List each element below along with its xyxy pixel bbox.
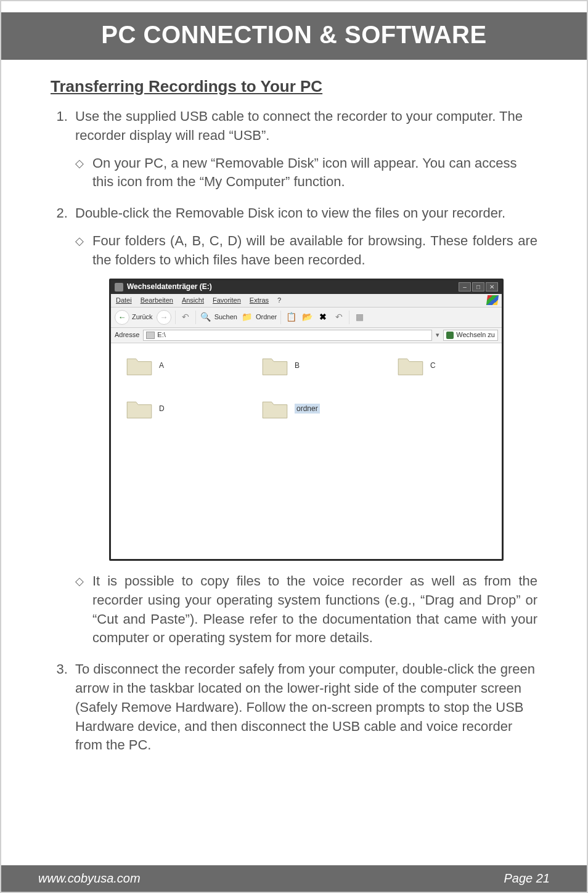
minimize-button[interactable]: –: [459, 282, 471, 292]
folder-c[interactable]: C: [397, 354, 483, 377]
separator: [195, 311, 196, 324]
folder-label: C: [430, 361, 436, 371]
embedded-screenshot: Wechseldatenträger (E:) – □ ✕ Datei Bear…: [75, 279, 537, 561]
instruction-list: Use the supplied USB cable to connect th…: [51, 107, 537, 755]
toolbar: ← Zurück → ↶ 🔍 Suchen 📁 Ordner 📋: [111, 308, 502, 328]
views-icon[interactable]: ▦: [353, 311, 365, 324]
folder-label: D: [159, 404, 165, 414]
search-icon[interactable]: 🔍: [200, 311, 212, 324]
folder-ordner[interactable]: ordner: [261, 398, 348, 420]
address-value: E:\: [157, 330, 165, 340]
list-item: Double-click the Removable Disk icon to …: [71, 204, 537, 648]
maximize-button[interactable]: □: [472, 282, 484, 292]
content-area: Transferring Recordings to Your PC Use t…: [1, 77, 587, 755]
window-title: Wechseldatenträger (E:): [127, 282, 212, 292]
item-text: Use the supplied USB cable to connect th…: [75, 108, 523, 143]
folders-icon[interactable]: 📁: [241, 311, 253, 324]
up-icon[interactable]: ↶: [179, 311, 192, 324]
drive-glyph-icon: [146, 332, 155, 339]
sub-text: On your PC, a new “Removable Disk” icon …: [92, 154, 537, 192]
move-icon[interactable]: 📂: [301, 311, 313, 324]
address-bar: Adresse E:\ ▾ Wechseln zu: [111, 328, 502, 343]
dropdown-icon[interactable]: ▾: [436, 330, 439, 340]
folder-label: B: [295, 361, 300, 371]
menu-extras[interactable]: Extras: [250, 296, 269, 305]
sub-text: Four folders (A, B, C, D) will be availa…: [92, 232, 537, 270]
item-text: To disconnect the recorder safely from y…: [75, 661, 535, 752]
diamond-icon: ◇: [75, 156, 84, 171]
address-field[interactable]: E:\: [143, 330, 432, 341]
undo-icon[interactable]: ↶: [333, 311, 345, 324]
sub-text: It is possible to copy files to the voic…: [92, 572, 537, 648]
go-button[interactable]: Wechseln zu: [443, 330, 498, 341]
folder-label: A: [159, 361, 164, 371]
section-heading: Transferring Recordings to Your PC: [51, 77, 537, 96]
folder-pane[interactable]: A B C D: [111, 343, 502, 559]
copy-icon[interactable]: 📋: [285, 311, 297, 324]
address-label: Adresse: [115, 330, 139, 340]
go-label: Wechseln zu: [456, 330, 495, 340]
folder-icon: [126, 354, 153, 377]
window-titlebar: Wechseldatenträger (E:) – □ ✕: [111, 280, 502, 294]
page-header: PC CONNECTION & SOFTWARE: [1, 12, 587, 60]
page-footer: www.cobyusa.com Page 21: [1, 865, 587, 892]
folder-icon: [261, 398, 288, 420]
sub-item: ◇ On your PC, a new “Removable Disk” ico…: [75, 154, 537, 192]
separator: [175, 311, 176, 324]
separator: [349, 311, 349, 324]
close-button[interactable]: ✕: [486, 282, 498, 292]
folder-label: ordner: [295, 404, 320, 414]
back-label: Zurück: [132, 312, 153, 322]
folder-icon: [126, 398, 153, 420]
folder-a[interactable]: A: [126, 354, 212, 377]
list-item: To disconnect the recorder safely from y…: [71, 660, 537, 755]
go-icon: [446, 332, 454, 339]
folder-icon: [397, 354, 424, 377]
footer-page: Page 21: [504, 871, 550, 886]
sub-item: ◇ Four folders (A, B, C, D) will be avai…: [75, 232, 537, 270]
explorer-window: Wechseldatenträger (E:) – □ ✕ Datei Bear…: [109, 279, 504, 561]
menu-edit[interactable]: Bearbeiten: [141, 296, 173, 305]
page-title: PC CONNECTION & SOFTWARE: [1, 21, 587, 49]
diamond-icon: ◇: [75, 234, 84, 249]
menu-help[interactable]: ?: [277, 296, 281, 305]
folder-icon: [261, 354, 288, 377]
drive-icon: [115, 283, 123, 292]
separator: [280, 311, 281, 324]
windows-logo-icon: [486, 295, 499, 305]
forward-button[interactable]: →: [157, 310, 171, 325]
folder-b[interactable]: B: [261, 354, 348, 377]
folder-d[interactable]: D: [126, 398, 212, 420]
footer-url: www.cobyusa.com: [38, 871, 141, 886]
item-text: Double-click the Removable Disk icon to …: [75, 205, 505, 221]
menu-file[interactable]: Datei: [116, 296, 132, 305]
folders-label: Ordner: [256, 312, 277, 322]
back-button[interactable]: ←: [115, 310, 129, 325]
menu-view[interactable]: Ansicht: [182, 296, 204, 305]
list-item: Use the supplied USB cable to connect th…: [71, 107, 537, 192]
sub-item: ◇ It is possible to copy files to the vo…: [75, 572, 537, 648]
delete-icon[interactable]: ✖: [317, 311, 329, 324]
menu-favorites[interactable]: Favoriten: [213, 296, 241, 305]
search-label: Suchen: [214, 312, 237, 322]
menu-bar: Datei Bearbeiten Ansicht Favoriten Extra…: [111, 294, 502, 308]
diamond-icon: ◇: [75, 574, 84, 589]
